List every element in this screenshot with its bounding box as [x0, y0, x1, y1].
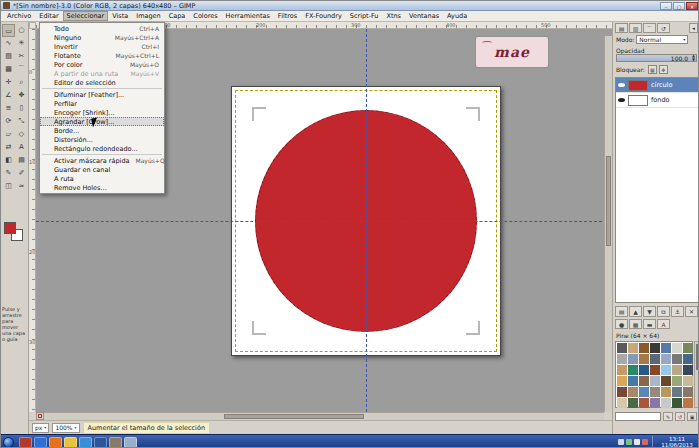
- raise-layer-button[interactable]: ▲: [629, 306, 642, 317]
- folder-icon[interactable]: [64, 437, 77, 448]
- menu-colores[interactable]: Colores: [189, 11, 221, 21]
- foreground-color-swatch[interactable]: [4, 222, 16, 234]
- crop-tool-button[interactable]: ▯: [15, 102, 28, 115]
- layers-tab[interactable]: ▤: [615, 23, 628, 33]
- pattern-swatch[interactable]: [661, 365, 671, 375]
- quickmask-toggle[interactable]: [36, 412, 44, 420]
- pattern-swatch[interactable]: [672, 376, 682, 386]
- maximize-button[interactable]: ▢: [673, 2, 685, 10]
- menu-item[interactable]: Guardar en canal: [40, 165, 164, 174]
- pattern-swatch[interactable]: [628, 376, 638, 386]
- delete-layer-button[interactable]: ✕: [685, 306, 698, 317]
- menu-capa[interactable]: Capa: [165, 11, 190, 21]
- tag-filter-input[interactable]: [615, 412, 661, 421]
- scale-tool-button[interactable]: ⤡: [15, 115, 28, 128]
- paintbrush-tool-button[interactable]: ✐: [15, 167, 28, 180]
- menu-herramientas[interactable]: Herramientas: [222, 11, 274, 21]
- duplicate-layer-button[interactable]: ⧉: [657, 306, 670, 317]
- brushes-tab[interactable]: ●: [615, 319, 628, 329]
- horizontal-scrollbar[interactable]: [44, 412, 604, 420]
- opacity-slider[interactable]: 100.0 ▲▼: [616, 54, 697, 62]
- pattern-swatch[interactable]: [617, 376, 627, 386]
- layer-row[interactable]: círculo: [616, 78, 698, 93]
- bucket-fill-tool-button[interactable]: ◧: [2, 154, 15, 167]
- pattern-swatch[interactable]: [650, 365, 660, 375]
- free-select-tool-button[interactable]: ∿: [2, 37, 15, 50]
- open-as-image-button[interactable]: ▣: [687, 412, 697, 421]
- lock-alpha-button[interactable]: ✥: [659, 65, 668, 74]
- menu-item[interactable]: TodoCtrl+A: [40, 24, 164, 33]
- measure-tool-button[interactable]: ∠: [2, 89, 15, 102]
- menu-item[interactable]: Editor de selección: [40, 78, 164, 87]
- pattern-swatch[interactable]: [639, 398, 649, 408]
- selection-corner-handle[interactable]: [466, 107, 480, 121]
- menu-archivo[interactable]: Archivo: [3, 11, 35, 21]
- new-layer-button[interactable]: ▤: [615, 306, 628, 317]
- pattern-swatch[interactable]: [617, 398, 627, 408]
- zoom-dropdown[interactable]: 100%▾: [52, 423, 79, 433]
- gradients-tab[interactable]: ▬: [643, 319, 656, 329]
- menu-item[interactable]: Agrandar [Grow]...: [40, 117, 164, 126]
- tray-icon-2[interactable]: [626, 439, 632, 445]
- pattern-swatch[interactable]: [617, 354, 627, 364]
- filezilla-icon[interactable]: [19, 437, 32, 448]
- menu-item[interactable]: FlotanteMayús+Ctrl+L: [40, 51, 164, 60]
- pattern-swatch[interactable]: [639, 365, 649, 375]
- menu-item[interactable]: Borde...: [40, 126, 164, 135]
- title-bar[interactable]: *[Sin nombre]-3.0 (Color RGB, 2 capas) 6…: [1, 1, 699, 11]
- lower-layer-button[interactable]: ▼: [643, 306, 656, 317]
- patterns-scrollbar[interactable]: [694, 341, 699, 408]
- pattern-swatch[interactable]: [683, 343, 693, 353]
- channels-tab[interactable]: ▥: [629, 23, 642, 33]
- selection-corner-handle[interactable]: [466, 321, 480, 335]
- menu-imagen[interactable]: Imagen: [132, 11, 164, 21]
- pattern-swatch[interactable]: [639, 387, 649, 397]
- fuzzy-select-tool-button[interactable]: ✳: [15, 37, 28, 50]
- rect-select-tool-button[interactable]: ▭: [2, 24, 15, 37]
- firefox-icon[interactable]: [49, 437, 62, 448]
- tray-icon-3[interactable]: [634, 439, 640, 445]
- foreground-select-tool-button[interactable]: ▩: [2, 63, 15, 76]
- gradient-tool-button[interactable]: ▤: [15, 154, 28, 167]
- menu-ayuda[interactable]: Ayuda: [443, 11, 471, 21]
- menu-item[interactable]: Activar máscara rápidaMayús+Q: [40, 156, 164, 165]
- pattern-swatch[interactable]: [628, 387, 638, 397]
- pattern-swatch[interactable]: [617, 343, 627, 353]
- lock-pixels-button[interactable]: ▦: [648, 65, 657, 74]
- menu-editar[interactable]: Editar: [35, 11, 62, 21]
- selection-corner-handle[interactable]: [252, 321, 266, 335]
- perspective-tool-button[interactable]: ◇: [15, 128, 28, 141]
- text-tool-button[interactable]: A: [15, 141, 28, 154]
- menu-item[interactable]: Difuminar [Feather]...: [40, 90, 164, 99]
- menu-item[interactable]: Por colorMayús+O: [40, 60, 164, 69]
- pattern-swatch[interactable]: [672, 398, 682, 408]
- pattern-swatch[interactable]: [639, 354, 649, 364]
- menu-seleccionar[interactable]: Seleccionar: [63, 11, 109, 21]
- scissors-select-tool-button[interactable]: ✂: [15, 50, 28, 63]
- media-player-icon[interactable]: [79, 437, 92, 448]
- history-tab[interactable]: ↺: [657, 23, 670, 33]
- pattern-swatch[interactable]: [661, 387, 671, 397]
- pattern-swatch[interactable]: [672, 365, 682, 375]
- word-icon[interactable]: [94, 437, 107, 448]
- pattern-swatch[interactable]: [628, 343, 638, 353]
- pattern-swatch[interactable]: [661, 354, 671, 364]
- zoom-tool-button[interactable]: ⌕: [15, 76, 28, 89]
- vertical-scrollbar[interactable]: [604, 36, 612, 412]
- menu-item[interactable]: NingunoMayús+Ctrl+A: [40, 33, 164, 42]
- menu-item[interactable]: A ruta: [40, 174, 164, 183]
- menu-fx-foundry[interactable]: FX-Foundry: [301, 11, 346, 21]
- menu-ventanas[interactable]: Ventanas: [405, 11, 443, 21]
- gimp-icon[interactable]: [109, 437, 122, 448]
- move-tool-button[interactable]: ✥: [15, 89, 28, 102]
- pattern-swatch[interactable]: [628, 354, 638, 364]
- horizontal-guide[interactable]: [36, 221, 612, 222]
- menu-item[interactable]: Remove Holes...: [40, 183, 164, 192]
- pattern-swatch[interactable]: [617, 387, 627, 397]
- pattern-swatch[interactable]: [639, 376, 649, 386]
- menu-item[interactable]: InvertirCtrl+I: [40, 42, 164, 51]
- pattern-swatch[interactable]: [672, 354, 682, 364]
- pattern-swatch[interactable]: [628, 365, 638, 375]
- select-by-color-tool-button[interactable]: ▧: [2, 50, 15, 63]
- pattern-swatch[interactable]: [639, 343, 649, 353]
